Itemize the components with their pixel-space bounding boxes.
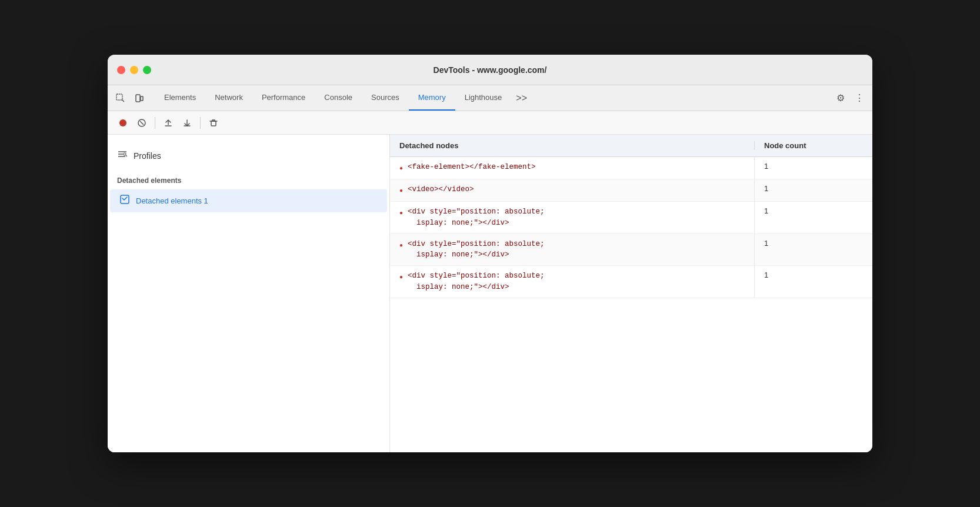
settings-button[interactable]: ⚙	[832, 90, 849, 106]
tab-elements[interactable]: Elements	[155, 85, 205, 111]
main-content: Profiles Detached elements Detached elem…	[108, 135, 872, 452]
node-text: <fake-element></fake-element>	[408, 162, 536, 173]
node-cell: ● <div style="position: absolute; isplay…	[390, 234, 755, 266]
col-node-count: Node count	[755, 141, 872, 150]
svg-rect-2	[141, 96, 143, 101]
table-row[interactable]: ● <div style="position: absolute; isplay…	[390, 234, 872, 266]
count-cell: 1	[755, 234, 872, 266]
upload-button[interactable]	[160, 115, 176, 131]
traffic-lights	[117, 66, 151, 74]
svg-point-10	[124, 153, 126, 155]
clear-button[interactable]	[205, 115, 222, 131]
node-text: <div style="position: absolute; isplay: …	[408, 271, 545, 293]
col-detached-nodes: Detached nodes	[390, 141, 755, 150]
node-text: <div style="position: absolute; isplay: …	[408, 206, 545, 229]
toolbar-right-actions: ⚙ ⋮	[832, 90, 868, 106]
svg-point-3	[119, 119, 126, 126]
node-text: <div style="position: absolute; isplay: …	[408, 239, 545, 261]
count-cell: 1	[755, 179, 872, 201]
count-cell: 1	[755, 202, 872, 234]
maximize-button[interactable]	[143, 66, 151, 74]
svg-rect-0	[116, 94, 122, 100]
tabs-toolbar: Elements Network Performance Console Sou…	[108, 85, 872, 111]
devtools-window: DevTools - www.google.com/ Elements	[108, 55, 872, 452]
download-button[interactable]	[179, 115, 195, 131]
window-title: DevTools - www.google.com/	[434, 65, 547, 75]
bullet-icon: ●	[399, 209, 403, 218]
inspect-element-icon[interactable]	[112, 90, 129, 106]
bullet-icon: ●	[399, 273, 403, 282]
tab-console[interactable]: Console	[315, 85, 362, 111]
tab-sources[interactable]: Sources	[362, 85, 409, 111]
stop-button[interactable]	[134, 115, 150, 131]
count-cell: 1	[755, 157, 872, 179]
device-toolbar-icon[interactable]	[131, 90, 148, 106]
more-options-button[interactable]: ⋮	[851, 90, 868, 106]
tab-network[interactable]: Network	[205, 85, 252, 111]
action-divider-1	[155, 117, 155, 129]
node-cell: ● <video></video>	[390, 179, 755, 201]
profiles-section: Profiles	[108, 144, 389, 167]
detached-elements-icon	[119, 194, 130, 208]
more-tabs-button[interactable]: >>	[511, 93, 532, 104]
titlebar: DevTools - www.google.com/	[108, 55, 872, 85]
table-row[interactable]: ● <div style="position: absolute; isplay…	[390, 202, 872, 234]
svg-line-11	[126, 155, 127, 156]
bullet-icon: ●	[399, 241, 403, 250]
profiles-icon	[117, 149, 128, 162]
main-tabs: Elements Network Performance Console Sou…	[155, 85, 832, 111]
sidebar: Profiles Detached elements Detached elem…	[108, 135, 390, 452]
detached-elements-label: Detached elements 1	[136, 196, 208, 205]
table-row[interactable]: ● <fake-element></fake-element> 1	[390, 157, 872, 179]
count-cell: 1	[755, 266, 872, 298]
node-text: <video></video>	[408, 184, 474, 195]
node-cell: ● <div style="position: absolute; isplay…	[390, 202, 755, 234]
action-bar	[108, 111, 872, 135]
bullet-icon: ●	[399, 186, 403, 195]
tab-lighthouse[interactable]: Lighthouse	[455, 85, 512, 111]
tab-memory[interactable]: Memory	[409, 85, 455, 111]
record-button[interactable]	[115, 115, 131, 131]
svg-line-5	[140, 121, 144, 125]
profiles-label: Profiles	[134, 151, 161, 161]
table-header: Detached nodes Node count	[390, 135, 872, 157]
node-cell: ● <div style="position: absolute; isplay…	[390, 266, 755, 298]
detached-elements-item[interactable]: Detached elements 1	[110, 189, 387, 212]
toolbar-icon-group	[112, 90, 148, 106]
action-divider-2	[200, 117, 201, 129]
node-cell: ● <fake-element></fake-element>	[390, 157, 755, 179]
svg-rect-1	[136, 95, 140, 102]
tab-performance[interactable]: Performance	[252, 85, 315, 111]
minimize-button[interactable]	[130, 66, 138, 74]
section-title: Detached elements	[108, 174, 389, 189]
bullet-icon: ●	[399, 164, 403, 173]
svg-rect-6	[211, 121, 216, 126]
table-content: Detached nodes Node count ● <fake-elemen…	[390, 135, 872, 452]
close-button[interactable]	[117, 66, 125, 74]
table-row[interactable]: ● <div style="position: absolute; isplay…	[390, 266, 872, 298]
table-row[interactable]: ● <video></video> 1	[390, 179, 872, 202]
table-body: ● <fake-element></fake-element> 1 ● <vid…	[390, 157, 872, 452]
